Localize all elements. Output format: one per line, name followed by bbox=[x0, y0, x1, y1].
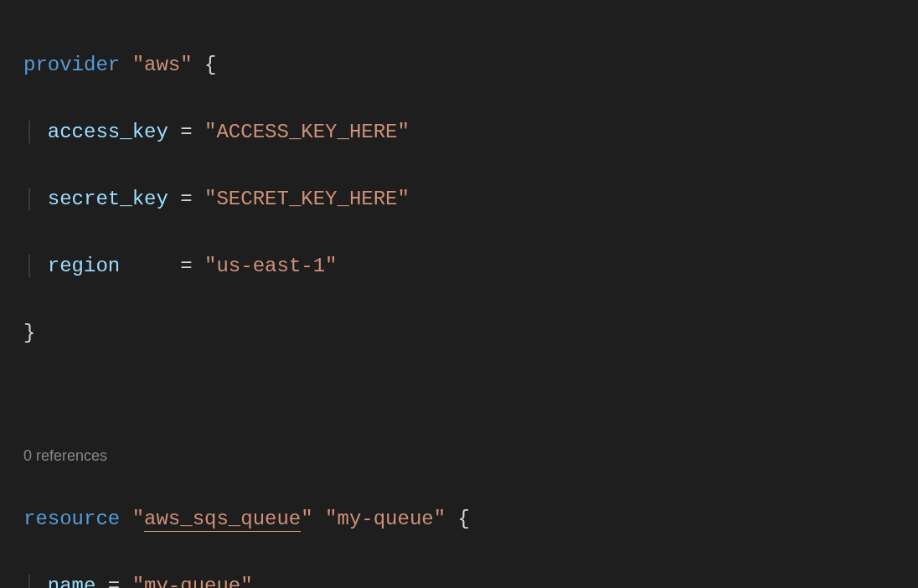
code-editor[interactable]: provider "aws" { │ access_key = "ACCESS_… bbox=[0, 0, 918, 588]
code-line[interactable]: provider "aws" { bbox=[23, 49, 918, 82]
keyword-resource: resource bbox=[23, 508, 120, 530]
property-region: region bbox=[48, 255, 120, 277]
provider-name: "aws" bbox=[132, 54, 193, 76]
space bbox=[193, 54, 204, 76]
equals: = bbox=[180, 255, 192, 277]
space bbox=[120, 54, 132, 76]
equals: = bbox=[180, 188, 192, 210]
property-secret-key: secret_key bbox=[48, 188, 168, 210]
codelens-references[interactable]: 0 references bbox=[23, 444, 918, 467]
value-access-key: "ACCESS_KEY_HERE" bbox=[204, 121, 410, 143]
code-line[interactable]: │ secret_key = "SECRET_KEY_HERE" bbox=[23, 183, 918, 216]
indent-guide: │ bbox=[23, 255, 48, 277]
value-secret-key: "SECRET_KEY_HERE" bbox=[204, 188, 410, 210]
indent-guide: │ bbox=[23, 188, 48, 210]
code-line[interactable]: resource "aws_sqs_queue" "my-queue" { bbox=[23, 503, 918, 536]
brace-close: } bbox=[23, 322, 35, 344]
brace-open: { bbox=[458, 508, 470, 530]
value-region: "us-east-1" bbox=[204, 255, 337, 277]
equals: = bbox=[108, 575, 120, 588]
indent-guide: │ bbox=[23, 121, 48, 143]
resource-label: "my-queue" bbox=[325, 508, 446, 530]
resource-type: "aws_sqs_queue" bbox=[132, 508, 313, 532]
code-line[interactable]: │ region = "us-east-1" bbox=[23, 250, 918, 283]
equals: = bbox=[180, 121, 192, 143]
code-line[interactable]: │ access_key = "ACCESS_KEY_HERE" bbox=[23, 116, 918, 149]
keyword-provider: provider bbox=[23, 54, 120, 76]
code-line[interactable]: │ name = "my-queue" bbox=[23, 570, 918, 588]
property-access-key: access_key bbox=[48, 121, 168, 143]
property-name: name bbox=[48, 575, 96, 588]
indent-guide: │ bbox=[23, 575, 48, 588]
value-name: "my-queue" bbox=[132, 575, 253, 588]
brace-open: { bbox=[204, 54, 216, 76]
code-line[interactable]: } bbox=[23, 317, 918, 350]
